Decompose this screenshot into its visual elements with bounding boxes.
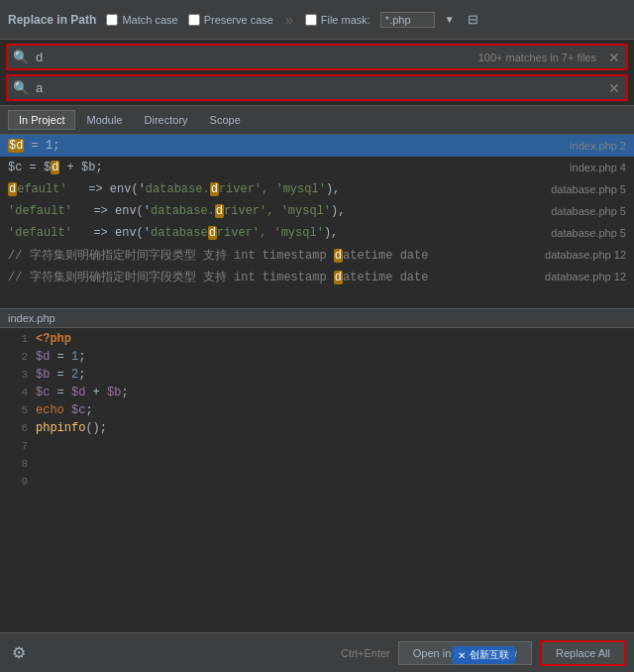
- match-case-group: Match case: [106, 14, 177, 26]
- file-mask-group: File mask:: [305, 14, 370, 26]
- result-row[interactable]: $c = $d + $b; index.php 4: [0, 157, 634, 178]
- result-row[interactable]: default' => env('database.driver', 'mysq…: [0, 178, 634, 200]
- watermark-logo: ✕: [458, 650, 466, 661]
- line-code: echo $c;: [36, 403, 93, 417]
- preserve-case-checkbox[interactable]: [188, 14, 200, 26]
- editor-content: 1 <?php 2 $d = 1; 3 $b = 2; 4 $c = $d + …: [0, 328, 634, 497]
- result-code: $d = 1;: [8, 139, 562, 153]
- preserve-case-group: Preserve case: [188, 14, 273, 26]
- result-file: database.php 12: [545, 249, 626, 261]
- file-mask-input[interactable]: [380, 12, 435, 28]
- toolbar-title: Replace in Path: [8, 13, 96, 27]
- line-code: phpinfo();: [36, 421, 107, 435]
- result-row[interactable]: 'default' => env('database.driver', 'mys…: [0, 200, 634, 222]
- replace-clear-button[interactable]: ✕: [602, 78, 626, 98]
- editor-line: 9: [0, 475, 634, 493]
- file-mask-label: File mask:: [321, 14, 370, 26]
- result-file: database.php 5: [551, 227, 626, 239]
- editor-line: 3 $b = 2;: [0, 368, 634, 386]
- editor-area: index.php 1 <?php 2 $d = 1; 3 $b = 2; 4 …: [0, 308, 634, 497]
- scope-tabs: In Project Module Directory Scope: [0, 106, 634, 135]
- editor-line: 6 phpinfo();: [0, 421, 634, 439]
- result-row[interactable]: $d = 1; index.php 2: [0, 135, 634, 157]
- editor-line: 1 <?php: [0, 332, 634, 350]
- filter-icon: ⊟: [468, 12, 478, 27]
- line-number: 2: [4, 351, 28, 363]
- match-count: 100+ matches in 7+ files: [473, 52, 602, 63]
- result-code: $c = $d + $b;: [8, 161, 562, 174]
- result-code: 'default' => env('databasedriver', 'mysq…: [8, 226, 543, 240]
- filter-button[interactable]: ⊟: [465, 10, 481, 29]
- result-file: database.php 12: [545, 271, 626, 282]
- replace-row: 🔍 ✕: [6, 74, 628, 101]
- gear-button[interactable]: ⚙: [8, 639, 30, 666]
- gear-icon: ⚙: [12, 644, 26, 661]
- result-row[interactable]: 'default' => env('databasedriver', 'mysq…: [0, 222, 634, 244]
- line-number: 6: [4, 422, 28, 434]
- line-code: <?php: [36, 332, 71, 346]
- editor-filename: index.php: [0, 309, 634, 328]
- replace-regex-button[interactable]: 🔍: [8, 77, 34, 98]
- tab-scope[interactable]: Scope: [199, 110, 252, 130]
- result-file: database.php 5: [551, 183, 626, 195]
- line-number: 5: [4, 404, 28, 416]
- result-code: 'default' => env('database.driver', 'mys…: [8, 204, 543, 218]
- line-code: $d = 1;: [36, 350, 85, 364]
- line-number: 8: [4, 458, 28, 470]
- preserve-case-label: Preserve case: [204, 14, 273, 26]
- tab-module[interactable]: Module: [75, 110, 133, 130]
- line-code: [36, 439, 43, 453]
- tab-directory[interactable]: Directory: [134, 110, 199, 130]
- editor-line: 7: [0, 439, 634, 457]
- tab-in-project[interactable]: In Project: [8, 110, 75, 130]
- result-file: database.php 5: [551, 205, 626, 217]
- replace-regex-icon: 🔍: [13, 80, 29, 95]
- results-area: $d = 1; index.php 2 $c = $d + $b; index.…: [0, 135, 634, 308]
- search-area: 🔍 100+ matches in 7+ files ✕ 🔍 ✕: [0, 44, 634, 106]
- line-code: [36, 457, 43, 471]
- editor-line: 2 $d = 1;: [0, 350, 634, 368]
- result-row[interactable]: // 字符集则明确指定时间字段类型 支持 int timestamp datet…: [0, 266, 634, 287]
- result-code: default' => env('database.driver', 'mysq…: [8, 182, 543, 196]
- file-mask-dropdown-icon[interactable]: ▼: [445, 14, 455, 25]
- editor-line: 4 $c = $d + $b;: [0, 386, 634, 403]
- replace-all-button[interactable]: Replace All: [540, 640, 626, 666]
- match-case-label: Match case: [122, 14, 177, 26]
- editor-line: 8: [0, 457, 634, 475]
- line-code: [36, 475, 43, 489]
- find-regex-button[interactable]: 🔍: [8, 47, 34, 67]
- result-code: // 字符集则明确指定时间字段类型 支持 int timestamp datet…: [8, 247, 537, 264]
- line-number: 3: [4, 369, 28, 381]
- line-number: 7: [4, 440, 28, 452]
- line-number: 1: [4, 333, 28, 345]
- find-clear-button[interactable]: ✕: [602, 48, 626, 67]
- bottom-bar: ⚙ Ctrl+Enter Open in Find Window Replace…: [0, 632, 634, 672]
- regex-icon: 🔍: [13, 50, 29, 64]
- line-code: $b = 2;: [36, 368, 85, 382]
- toolbar: Replace in Path Match case Preserve case…: [0, 0, 634, 40]
- line-code: $c = $d + $b;: [36, 386, 129, 399]
- result-file: index.php 2: [570, 140, 626, 152]
- find-input[interactable]: [34, 46, 473, 68]
- shortcut-hint: Ctrl+Enter: [341, 647, 390, 659]
- watermark: ✕ 创新互联: [452, 646, 515, 664]
- toolbar-separator: »: [285, 12, 293, 28]
- result-row[interactable]: // 字符集则明确指定时间字段类型 支持 int timestamp datet…: [0, 244, 634, 266]
- match-case-checkbox[interactable]: [106, 14, 118, 26]
- editor-line: 5 echo $c;: [0, 403, 634, 421]
- result-code: // 字符集则明确指定时间字段类型 支持 int timestamp datet…: [8, 269, 537, 285]
- line-number: 9: [4, 476, 28, 488]
- replace-input[interactable]: [34, 76, 602, 99]
- find-row: 🔍 100+ matches in 7+ files ✕: [6, 44, 628, 70]
- watermark-text: 创新互联: [470, 648, 509, 662]
- result-file: index.php 4: [570, 162, 626, 173]
- line-number: 4: [4, 387, 28, 398]
- file-mask-checkbox[interactable]: [305, 14, 317, 26]
